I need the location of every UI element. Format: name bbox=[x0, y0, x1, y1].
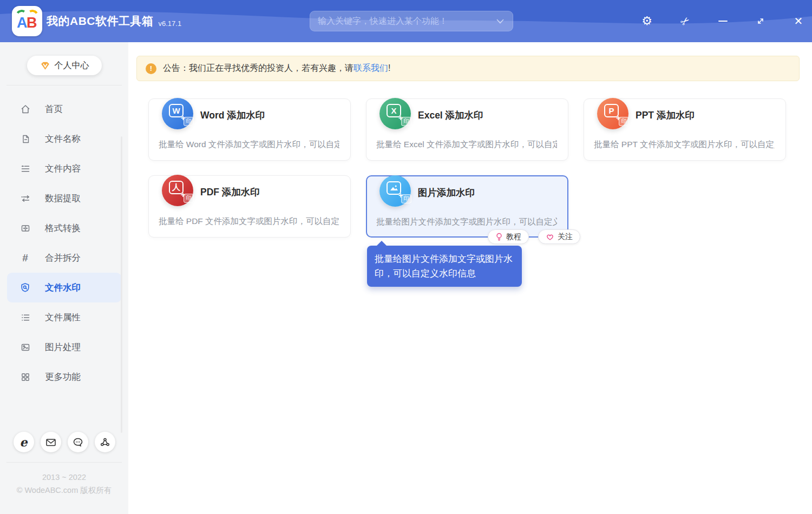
home-icon bbox=[19, 103, 31, 115]
watermark-shield-icon bbox=[19, 282, 31, 293]
minimize-button[interactable] bbox=[716, 14, 729, 28]
card-description: 批量给图片文件添加文字或图片水印，可以自定义水印信息 bbox=[376, 216, 557, 228]
pdf-watermark-icon: 人 + 印 bbox=[162, 175, 193, 206]
announcement-alert-icon: ! bbox=[146, 63, 156, 74]
heart-icon bbox=[546, 233, 554, 241]
browser-e-icon: e bbox=[20, 435, 28, 449]
announcement-text: 公告：我们正在寻找优秀的投资人，若有兴趣，请联系我们! bbox=[163, 63, 390, 74]
share-button[interactable] bbox=[95, 432, 115, 452]
image-process-icon bbox=[19, 341, 31, 353]
file-content-icon bbox=[19, 163, 31, 174]
footer-years: 2013 ~ 2022 bbox=[0, 473, 128, 482]
card-description: 批量给 PPT 文件添加文字或图片水印，可以自定义水印信息 bbox=[594, 139, 775, 150]
vip-gem-icon bbox=[40, 61, 51, 71]
website-browser-button[interactable]: e bbox=[14, 432, 34, 452]
quick-search[interactable] bbox=[310, 11, 513, 31]
card-pdf-watermark[interactable]: 人 + 印 PDF 添加水印 批量给 PDF 文件添加文字或图片水印，可以自定义… bbox=[148, 175, 351, 238]
sidebar-item-file-watermark[interactable]: 文件水印 bbox=[7, 273, 121, 302]
title-bar: A B 我的ABC软件工具箱 v6.17.1 ⚙ ✂ ✕ bbox=[0, 0, 812, 42]
image-watermark-icon: + 印 bbox=[379, 175, 411, 207]
app-logo: A B bbox=[12, 6, 42, 36]
feature-card-grid: W + 印 Word 添加水印 批量给 Word 文件添加文字或图片水印，可以自… bbox=[148, 98, 787, 238]
share-network-icon bbox=[100, 437, 110, 447]
sidebar-item-home[interactable]: 首页 bbox=[7, 94, 121, 124]
sidebar-item-merge-split[interactable]: # 合并拆分 bbox=[7, 243, 121, 273]
tutorial-button[interactable]: 教程 bbox=[488, 229, 529, 244]
sidebar: 个人中心 首页 文件名称 文件内容 数据提取 bbox=[0, 42, 128, 514]
word-watermark-icon: W + 印 bbox=[162, 98, 193, 129]
card-word-watermark[interactable]: W + 印 Word 添加水印 批量给 Word 文件添加文字或图片水印，可以自… bbox=[148, 98, 351, 161]
stamp-badge-icon: 印 bbox=[401, 117, 411, 126]
follow-button[interactable]: 关注 bbox=[538, 229, 580, 244]
sidebar-item-file-content[interactable]: 文件内容 bbox=[7, 154, 121, 183]
maximize-button[interactable] bbox=[754, 14, 767, 28]
screenshot-scissors-icon[interactable]: ✂ bbox=[678, 14, 691, 28]
chat-button[interactable] bbox=[68, 432, 88, 452]
sidebar-item-more-features[interactable]: 更多功能 bbox=[7, 362, 121, 392]
logo-letter-a: A bbox=[17, 15, 28, 31]
card-excel-watermark[interactable]: X + 印 Excel 添加水印 批量给 Excel 文件添加文字或图片水印，可… bbox=[366, 98, 568, 161]
excel-watermark-icon: X + 印 bbox=[379, 98, 411, 129]
contact-us-link[interactable]: 联系我们 bbox=[353, 63, 388, 73]
logo-letter-b: B bbox=[27, 15, 37, 31]
card-title: PDF 添加水印 bbox=[200, 186, 260, 199]
footer-copyright: © WodeABC.com 版权所有 bbox=[0, 485, 128, 496]
card-description: 批量给 Excel 文件添加文字或图片水印，可以自定义水印信息 bbox=[376, 139, 557, 150]
chevron-down-icon[interactable] bbox=[496, 17, 513, 25]
sidebar-menu: 首页 文件名称 文件内容 数据提取 格式转换 # bbox=[0, 94, 128, 392]
app-title: 我的ABC软件工具箱 bbox=[47, 14, 154, 29]
ppt-watermark-icon: P + 印 bbox=[597, 98, 628, 129]
personal-center-button[interactable]: 个人中心 bbox=[27, 56, 102, 75]
envelope-icon bbox=[45, 438, 56, 447]
announcement-banner: ! 公告：我们正在寻找优秀的投资人，若有兴趣，请联系我们! bbox=[136, 56, 800, 81]
email-button[interactable] bbox=[41, 432, 61, 452]
settings-gear-icon[interactable]: ⚙ bbox=[640, 14, 653, 28]
card-title: Word 添加水印 bbox=[200, 109, 265, 122]
sidebar-item-image-process[interactable]: 图片处理 bbox=[7, 332, 121, 362]
card-image-watermark[interactable]: + 印 图片添加水印 批量给图片文件添加文字或图片水印，可以自定义水印信息 教程… bbox=[366, 175, 568, 238]
sidebar-item-format-convert[interactable]: 格式转换 bbox=[7, 213, 121, 243]
sidebar-scrollbar[interactable] bbox=[121, 136, 122, 433]
sidebar-divider bbox=[6, 85, 122, 85]
more-grid-icon bbox=[19, 371, 31, 383]
merge-split-icon: # bbox=[19, 252, 31, 263]
card-tooltip: 批量给图片文件添加文字或图片水印，可以自定义水印信息 bbox=[367, 246, 522, 287]
personal-center-label: 个人中心 bbox=[55, 60, 89, 71]
footer-divider bbox=[6, 462, 122, 463]
card-ppt-watermark[interactable]: P + 印 PPT 添加水印 批量给 PPT 文件添加文字或图片水印，可以自定义… bbox=[584, 98, 786, 161]
app-version: v6.17.1 bbox=[159, 19, 182, 28]
stamp-badge-icon: 印 bbox=[184, 117, 194, 126]
data-extract-icon bbox=[19, 193, 31, 204]
stamp-badge-icon: 印 bbox=[184, 194, 194, 203]
card-title: 图片添加水印 bbox=[418, 186, 475, 199]
file-properties-icon bbox=[19, 312, 31, 323]
chat-bubble-icon bbox=[73, 437, 83, 447]
format-convert-icon bbox=[19, 222, 31, 234]
close-button[interactable]: ✕ bbox=[792, 14, 805, 28]
file-name-icon bbox=[19, 133, 31, 144]
stamp-badge-icon: 印 bbox=[401, 194, 411, 203]
sidebar-item-file-name[interactable]: 文件名称 bbox=[7, 124, 121, 154]
sidebar-item-data-extract[interactable]: 数据提取 bbox=[7, 183, 121, 213]
lightbulb-icon bbox=[495, 233, 503, 241]
card-description: 批量给 PDF 文件添加文字或图片水印，可以自定义水印信息 bbox=[159, 216, 339, 227]
stamp-badge-icon: 印 bbox=[619, 117, 629, 126]
card-title: PPT 添加水印 bbox=[636, 109, 695, 122]
card-description: 批量给 Word 文件添加文字或图片水印，可以自定义水印信息 bbox=[159, 139, 339, 150]
card-title: Excel 添加水印 bbox=[418, 109, 483, 122]
main-content: ! 公告：我们正在寻找优秀的投资人，若有兴趣，请联系我们! W + 印 Word… bbox=[128, 42, 812, 514]
sidebar-item-file-properties[interactable]: 文件属性 bbox=[7, 302, 121, 332]
search-input[interactable] bbox=[310, 16, 496, 26]
